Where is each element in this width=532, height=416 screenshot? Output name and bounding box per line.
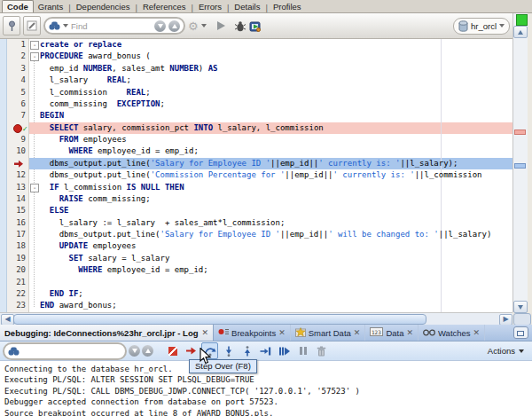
debug-bug-icon[interactable] <box>234 20 246 32</box>
code-line-17[interactable]: 17 dbms_output.put_line('Salary for Empl… <box>7 229 512 240</box>
gutter-cell[interactable]: 18 <box>7 240 29 252</box>
close-icon[interactable]: ✕ <box>473 328 481 337</box>
gutter-cell[interactable] <box>7 158 29 169</box>
code-line-body[interactable]: l_commission REAL; <box>29 87 512 98</box>
code-line-3[interactable]: 3 emp_id NUMBER, sales_amt NUMBER) AS <box>7 63 512 75</box>
code-line-body[interactable] <box>29 277 512 288</box>
actions-dropdown[interactable]: Actions <box>488 346 529 356</box>
gutter-cell[interactable]: 12 <box>7 169 29 181</box>
breakpoint-icon[interactable] <box>13 124 22 133</box>
code-line-20[interactable]: 20 WHERE employee_id = emp_id; <box>7 264 512 276</box>
scroll-down-button[interactable] <box>513 301 528 313</box>
run-icon[interactable] <box>217 21 225 30</box>
close-icon[interactable]: ✕ <box>354 328 361 337</box>
tab-smart-data[interactable]: Smart Data✕ <box>291 325 366 341</box>
gutter-cell[interactable]: 17 <box>7 229 29 240</box>
step-out-button[interactable] <box>239 342 255 359</box>
gutter-cell[interactable]: 5 <box>7 87 29 98</box>
find-execution-point-button[interactable] <box>183 342 200 359</box>
code-line-2[interactable]: 2-PROCEDURE award_bonus ( <box>7 51 512 62</box>
code-line-body[interactable]: emp_id NUMBER, sales_amt NUMBER) AS <box>29 63 512 75</box>
code-line-11[interactable]: dbms_output.put_line('Salary for Employe… <box>7 158 512 169</box>
gutter-cell[interactable]: 19 <box>7 253 29 264</box>
code-line-7[interactable]: 7BEGIN <box>7 110 512 122</box>
current-line-marker[interactable] <box>514 163 526 169</box>
terminate-button[interactable] <box>164 342 181 359</box>
compile-for-debug-icon[interactable] <box>249 20 262 32</box>
log-find-previous-button[interactable] <box>142 345 153 357</box>
tab-errors[interactable]: Errors <box>194 1 226 12</box>
gutter-cell[interactable]: 4 <box>7 75 29 86</box>
code-line-body[interactable]: WHERE employee_id = emp_id; <box>29 264 512 276</box>
resume-button[interactable] <box>276 342 293 359</box>
gutter-cell[interactable]: 2 <box>7 51 29 62</box>
gutter-cell[interactable]: 3 <box>7 63 29 75</box>
tab-dependencies[interactable]: Dependencies <box>72 1 135 12</box>
gutter-cell[interactable]: 23 <box>7 300 29 311</box>
garbage-collection-button[interactable] <box>313 342 330 359</box>
code-line-23[interactable]: 23END award_bonus; <box>7 300 512 311</box>
gutter-cell[interactable]: 9 <box>7 134 29 145</box>
code-line-6[interactable]: 6 comm_missing EXCEPTION; <box>7 98 512 110</box>
fold-collapse-icon[interactable]: - <box>30 184 39 192</box>
close-icon[interactable]: ✕ <box>278 328 286 337</box>
gutter-cell[interactable]: 22 <box>7 288 29 300</box>
gear-dropdown-caret[interactable] <box>201 24 207 27</box>
code-line-16[interactable]: 16 l_salary := l_salary + sales_amt*l_co… <box>7 217 512 229</box>
code-line-14[interactable]: 14 RAISE comm_missing; <box>7 193 512 205</box>
code-line-body[interactable]: -PROCEDURE award_bonus ( <box>29 51 512 62</box>
code-line-body[interactable]: UPDATE employees <box>29 240 512 252</box>
code-line-1[interactable]: 1-create or replace <box>7 39 512 51</box>
code-line-body[interactable]: SET salary = l_salary <box>29 253 512 264</box>
gutter-cell[interactable]: 6 <box>7 98 29 110</box>
code-editor[interactable]: 1-create or replace2-PROCEDURE award_bon… <box>7 39 512 312</box>
minimize-panel-button[interactable] <box>513 326 528 339</box>
log-find-box[interactable] <box>3 342 127 360</box>
code-line-body[interactable]: dbms_output.put_line('Commission Percent… <box>29 169 512 181</box>
code-line-12[interactable]: 12 dbms_output.put_line('Commission Perc… <box>7 169 512 181</box>
close-icon[interactable]: ✕ <box>202 328 209 337</box>
code-line-body[interactable]: END award_bonus; <box>29 300 512 311</box>
code-line-8[interactable]: ✓ SELECT salary, commission_pct INTO l_s… <box>7 122 512 134</box>
code-line-body[interactable]: SELECT salary, commission_pct INTO l_sal… <box>29 122 512 134</box>
code-line-4[interactable]: 4 l_salary REAL; <box>7 75 512 86</box>
scroll-up-button[interactable] <box>513 26 528 38</box>
pause-button[interactable] <box>294 342 311 359</box>
gutter-cell[interactable]: 21 <box>7 277 29 288</box>
code-line-18[interactable]: 18 UPDATE employees <box>7 240 512 252</box>
tab-debugging-log[interactable]: Debugging: IdeConnections%23hr_orcl.jpr … <box>0 325 214 341</box>
code-line-body[interactable]: RAISE comm_missing; <box>29 193 512 205</box>
tab-references[interactable]: References <box>138 1 191 12</box>
code-line-body[interactable]: - IF l_commission IS NULL THEN <box>29 182 512 193</box>
code-line-body[interactable]: l_salary REAL; <box>29 75 512 86</box>
code-line-body[interactable]: BEGIN <box>29 110 512 122</box>
code-line-body[interactable]: -create or replace <box>29 39 512 51</box>
code-line-body[interactable]: WHERE employee_id = emp_id; <box>29 145 512 157</box>
gutter-cell[interactable]: 13 <box>7 182 29 193</box>
tab-breakpoints[interactable]: Breakpoints✕ <box>214 325 291 341</box>
log-find-next-button[interactable] <box>129 345 140 357</box>
log-output[interactable]: Connecting to the database hr_orcl.Execu… <box>0 361 532 416</box>
code-line-body[interactable]: dbms_output.put_line('Salary for Employe… <box>29 229 512 240</box>
breakpoint-line-marker[interactable] <box>514 130 526 135</box>
code-line-body[interactable]: FROM employees <box>29 134 512 145</box>
gutter-cell[interactable]: 1 <box>7 39 29 51</box>
gear-icon[interactable]: ⚙ <box>188 20 199 32</box>
find-options-caret[interactable] <box>63 24 68 27</box>
code-line-9[interactable]: 9 FROM employees <box>7 134 512 145</box>
gutter-cell[interactable]: 16 <box>7 217 29 229</box>
code-line-body[interactable]: ELSE <box>29 205 512 216</box>
code-line-13[interactable]: 13- IF l_commission IS NULL THEN <box>7 182 512 193</box>
code-line-5[interactable]: 5 l_commission REAL; <box>7 87 512 98</box>
find-next-button[interactable] <box>154 20 166 32</box>
code-line-body[interactable]: dbms_output.put_line('Salary for Employe… <box>29 158 512 169</box>
code-line-body[interactable]: END IF; <box>29 288 512 300</box>
fold-collapse-icon[interactable]: - <box>30 52 39 61</box>
code-line-15[interactable]: 15 ELSE <box>7 205 512 216</box>
step-to-end-button[interactable] <box>257 342 274 359</box>
gutter-cell[interactable]: 7 <box>7 110 29 122</box>
gutter-cell[interactable]: ✓ <box>7 122 29 134</box>
code-line-22[interactable]: 22 END IF; <box>7 288 512 300</box>
tab-watches[interactable]: Watches✕ <box>419 325 485 341</box>
close-icon[interactable]: ✕ <box>406 328 413 337</box>
